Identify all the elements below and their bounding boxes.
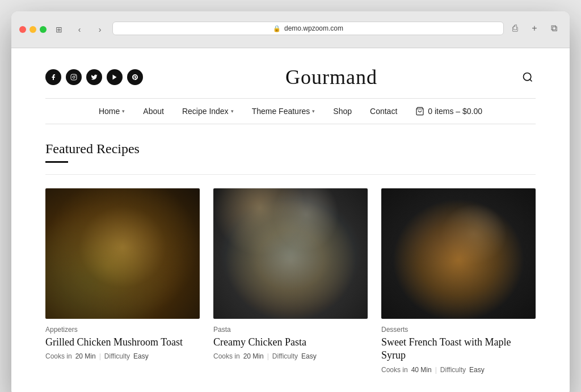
nav-label-about: About	[143, 107, 164, 116]
nav-item-theme-features: Theme Features ▾	[243, 99, 325, 124]
nav-link-recipe-index[interactable]: Recipe Index ▾	[173, 99, 243, 124]
new-tab-icon[interactable]: +	[527, 20, 542, 36]
chevron-down-icon: ▾	[122, 108, 125, 114]
cook-time-1: 20 Min	[75, 352, 96, 360]
back-button[interactable]: ‹	[71, 22, 87, 37]
recipe-card-3[interactable]: Desserts Sweet French Toast with Maple S…	[381, 188, 536, 374]
cook-time-2: 20 Min	[243, 352, 264, 360]
difficulty-3: Easy	[469, 366, 485, 374]
difficulty-label-1: Difficulty	[104, 352, 130, 360]
nav-label-theme-features: Theme Features	[252, 107, 310, 116]
browser-controls: ⊞ ‹ › 🔒 demo.wpzoom.com ⎙ + ⧉	[19, 17, 562, 42]
recipe-category-2: Pasta	[213, 326, 368, 334]
difficulty-1: Easy	[133, 352, 149, 360]
recipe-image-3	[381, 188, 536, 319]
nav-link-home[interactable]: Home ▾	[90, 99, 134, 124]
sidebar-toggle[interactable]: ⊞	[51, 22, 67, 37]
header-top: Gourmand	[45, 60, 536, 98]
main-content: Featured Recipes Appetizers Grilled Chic…	[11, 124, 570, 392]
recipe-image-1	[45, 188, 200, 319]
site-header: Gourmand Home ▾	[11, 48, 570, 124]
browser-window: ⊞ ‹ › 🔒 demo.wpzoom.com ⎙ + ⧉	[11, 11, 570, 392]
social-icons	[45, 69, 143, 85]
section-underline	[45, 161, 68, 163]
fullscreen-button[interactable]	[40, 26, 47, 33]
nav-item-contact: Contact	[361, 99, 406, 124]
twitter-icon[interactable]	[86, 69, 102, 85]
browser-nav: 🔒 demo.wpzoom.com ⎙ + ⧉	[112, 17, 562, 42]
cooks-in-label-3: Cooks in	[381, 366, 408, 374]
svg-marker-3	[113, 75, 117, 80]
recipe-meta-1: Cooks in 20 Min | Difficulty Easy	[45, 352, 200, 360]
chevron-down-icon-3: ▾	[312, 108, 315, 114]
svg-line-5	[530, 79, 532, 82]
separator-1: |	[99, 352, 101, 360]
instagram-icon[interactable]	[66, 69, 82, 85]
nav-item-recipe-index: Recipe Index ▾	[173, 99, 243, 124]
difficulty-label-2: Difficulty	[272, 352, 298, 360]
nav-label-contact: Contact	[370, 107, 397, 116]
youtube-icon[interactable]	[107, 69, 123, 85]
separator-2: |	[267, 352, 269, 360]
recipe-category-3: Desserts	[381, 326, 536, 334]
cooks-in-label-2: Cooks in	[213, 352, 240, 360]
cart-icon	[415, 107, 424, 116]
facebook-icon[interactable]	[45, 69, 61, 85]
close-button[interactable]	[19, 26, 26, 33]
nav-link-shop[interactable]: Shop	[324, 99, 361, 124]
cart-button[interactable]: 0 items – $0.00	[406, 99, 491, 124]
recipe-meta-2: Cooks in 20 Min | Difficulty Easy	[213, 352, 368, 360]
svg-rect-0	[71, 74, 77, 80]
svg-point-2	[75, 75, 76, 77]
recipe-meta-3: Cooks in 40 Min | Difficulty Easy	[381, 366, 536, 374]
site-title: Gourmand	[143, 65, 520, 89]
forward-button[interactable]: ›	[92, 22, 108, 37]
pinterest-icon[interactable]	[127, 69, 143, 85]
minimize-button[interactable]	[30, 26, 36, 33]
difficulty-label-3: Difficulty	[440, 366, 466, 374]
cooks-in-label-1: Cooks in	[45, 352, 72, 360]
browser-nav-icons: ⎙ + ⧉	[507, 20, 562, 36]
section-divider	[45, 174, 536, 175]
recipe-category-1: Appetizers	[45, 326, 200, 334]
search-button[interactable]	[520, 69, 536, 85]
nav-label-recipe-index: Recipe Index	[182, 107, 229, 116]
nav-list: Home ▾ About Recipe Index ▾	[79, 99, 502, 124]
recipe-name-1: Grilled Chicken Mushroom Toast	[45, 336, 200, 349]
nav-item-cart: 0 items – $0.00	[406, 99, 491, 124]
svg-point-1	[73, 76, 75, 78]
address-bar[interactable]: 🔒 demo.wpzoom.com	[112, 22, 504, 35]
separator-3: |	[435, 366, 437, 374]
chevron-down-icon-2: ▾	[231, 108, 234, 114]
nav-link-theme-features[interactable]: Theme Features ▾	[243, 99, 325, 124]
section-title: Featured Recipes	[45, 141, 536, 157]
recipe-card-1[interactable]: Appetizers Grilled Chicken Mushroom Toas…	[45, 188, 200, 374]
nav-item-about: About	[134, 99, 173, 124]
lock-icon: 🔒	[273, 25, 281, 32]
recipe-grid: Appetizers Grilled Chicken Mushroom Toas…	[45, 188, 536, 374]
recipe-name-3: Sweet French Toast with Maple Syrup	[381, 336, 536, 363]
traffic-lights	[19, 26, 47, 33]
nav-link-about[interactable]: About	[134, 99, 173, 124]
nav-item-shop: Shop	[324, 99, 361, 124]
difficulty-2: Easy	[301, 352, 317, 360]
recipe-name-2: Creamy Chicken Pasta	[213, 336, 368, 349]
page-content: Gourmand Home ▾	[11, 48, 570, 392]
windows-icon[interactable]: ⧉	[546, 20, 562, 36]
address-text: demo.wpzoom.com	[284, 24, 343, 32]
site-nav: Home ▾ About Recipe Index ▾	[45, 98, 536, 124]
section-header: Featured Recipes	[45, 141, 536, 163]
nav-label-home: Home	[99, 107, 120, 116]
nav-item-home: Home ▾	[90, 99, 134, 124]
cart-label: 0 items – $0.00	[428, 107, 482, 116]
nav-label-shop: Shop	[333, 107, 352, 116]
recipe-image-2	[213, 188, 368, 319]
recipe-card-2[interactable]: Pasta Creamy Chicken Pasta Cooks in 20 M…	[213, 188, 368, 374]
svg-point-4	[524, 73, 531, 81]
browser-chrome: ⊞ ‹ › 🔒 demo.wpzoom.com ⎙ + ⧉	[11, 11, 570, 48]
cook-time-3: 40 Min	[411, 366, 432, 374]
share-icon[interactable]: ⎙	[507, 20, 523, 36]
nav-link-contact[interactable]: Contact	[361, 99, 406, 124]
